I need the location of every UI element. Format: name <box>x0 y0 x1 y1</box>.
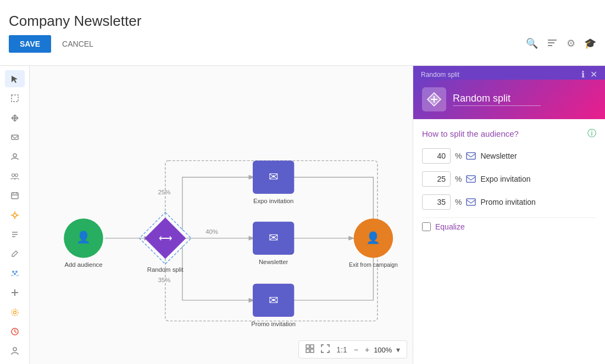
split-percent-expo: % <box>455 175 462 183</box>
node-promo-invitation[interactable]: ✉ Promo invitation <box>251 284 296 327</box>
svg-text:✉: ✉ <box>269 170 279 183</box>
sidebar-item-person[interactable] <box>5 343 25 360</box>
split-value-newsletter[interactable] <box>422 148 451 164</box>
save-button[interactable]: SAVE <box>9 35 51 53</box>
sidebar-item-add[interactable] <box>5 109 25 126</box>
email-icon-expo <box>466 175 476 183</box>
panel-title: Random split <box>453 93 541 106</box>
svg-text:40%: 40% <box>206 228 218 235</box>
panel-node-icon <box>422 87 446 111</box>
svg-text:Random split: Random split <box>147 266 184 273</box>
svg-text:👤: 👤 <box>76 230 91 244</box>
svg-point-13 <box>14 273 16 275</box>
svg-text:35%: 35% <box>158 277 171 283</box>
svg-rect-2 <box>548 45 552 46</box>
header: Company Newsletter SAVE CANCEL 🔍 ⚙ 🎓 <box>0 0 605 66</box>
svg-rect-9 <box>12 193 18 199</box>
email-icon-newsletter <box>466 152 476 160</box>
panel-body: How to split the audience? ⓘ % Newslette… <box>413 119 605 364</box>
sidebar-item-contact[interactable] <box>5 148 25 165</box>
svg-text:25%: 25% <box>158 189 171 195</box>
svg-rect-45 <box>310 345 314 348</box>
equalize-checkbox[interactable] <box>422 222 431 231</box>
search-icon[interactable]: 🔍 <box>526 37 538 51</box>
zoom-out-button[interactable]: − <box>352 344 360 355</box>
format-icon[interactable] <box>547 37 558 51</box>
cancel-button[interactable]: CANCEL <box>55 35 100 53</box>
equalize-label: Equalize <box>435 222 465 231</box>
svg-point-12 <box>15 271 18 273</box>
svg-rect-1 <box>548 42 554 43</box>
sidebar <box>0 66 30 364</box>
divider <box>422 217 596 218</box>
canvas-toolbar: 1:1 − + 100% ▾ <box>298 340 407 359</box>
help-icon[interactable]: 🎓 <box>584 37 596 51</box>
ratio-button[interactable]: 1:1 <box>334 344 349 355</box>
svg-rect-51 <box>467 176 475 182</box>
fit-screen-button[interactable] <box>319 343 332 356</box>
sidebar-item-schedule[interactable] <box>5 187 25 204</box>
zoom-value: 100% ▾ <box>374 344 402 355</box>
svg-point-7 <box>12 173 14 176</box>
zoom-percent: 100% <box>374 346 392 354</box>
svg-text:Add audience: Add audience <box>64 261 102 268</box>
node-add-audience[interactable]: 👤 Add audience <box>64 219 103 268</box>
svg-point-8 <box>15 173 18 176</box>
panel-top-title: Random split <box>421 71 459 79</box>
svg-point-11 <box>12 271 14 273</box>
right-panel: Random split ℹ ✕ Random split <box>413 66 605 364</box>
panel-info-icon[interactable]: ℹ <box>581 69 585 80</box>
svg-point-14 <box>13 311 16 313</box>
sidebar-item-audience[interactable] <box>5 167 25 184</box>
grid-view-button[interactable] <box>303 343 317 356</box>
svg-point-15 <box>12 309 18 316</box>
sidebar-item-select[interactable] <box>5 89 25 107</box>
sidebar-item-settings2[interactable] <box>5 304 25 321</box>
svg-rect-47 <box>310 349 314 352</box>
settings-icon[interactable]: ⚙ <box>567 37 575 51</box>
svg-point-17 <box>13 348 16 351</box>
header-icons: 🔍 ⚙ 🎓 <box>526 37 596 51</box>
panel-header-left: Random split <box>422 87 541 111</box>
split-info-icon[interactable]: ⓘ <box>587 128 596 139</box>
node-newsletter[interactable]: ✉ Newsletter <box>253 222 294 265</box>
split-value-promo[interactable] <box>422 194 451 210</box>
zoom-dropdown-button[interactable]: ▾ <box>394 344 402 355</box>
sidebar-item-integration[interactable] <box>5 206 25 223</box>
svg-text:👤: 👤 <box>366 231 380 245</box>
split-label-promo: Promo invitation <box>480 198 535 206</box>
panel-header: Random split <box>413 80 605 119</box>
canvas[interactable]: 25% 40% 35% <box>30 66 413 364</box>
svg-text:✉: ✉ <box>269 231 279 244</box>
sidebar-item-clock[interactable] <box>5 323 25 340</box>
main-container: 25% 40% 35% <box>0 66 605 364</box>
sidebar-item-plus-minus[interactable] <box>5 284 25 301</box>
email-icon-promo <box>466 198 476 206</box>
zoom-in-button[interactable]: + <box>363 344 371 355</box>
equalize-row: Equalize <box>422 222 596 231</box>
split-value-expo[interactable] <box>422 171 451 187</box>
svg-rect-0 <box>548 40 557 41</box>
svg-marker-3 <box>12 76 18 83</box>
sidebar-item-team[interactable] <box>5 265 25 282</box>
panel-top-icons: ℹ ✕ <box>581 69 597 80</box>
panel-top-bar: Random split ℹ ✕ <box>413 66 605 80</box>
panel-close-icon[interactable]: ✕ <box>590 69 597 80</box>
split-label-expo: Expo invitation <box>480 175 530 183</box>
svg-rect-46 <box>306 349 309 352</box>
node-expo-invitation[interactable]: ✉ Expo invitation <box>253 161 294 204</box>
split-label-newsletter: Newsletter <box>480 152 517 160</box>
sidebar-item-email[interactable] <box>5 128 25 145</box>
svg-text:Newsletter: Newsletter <box>259 259 288 265</box>
split-row-expo: % Expo invitation <box>422 171 596 187</box>
split-percent-newsletter: % <box>455 152 462 160</box>
sidebar-item-edit[interactable] <box>5 245 25 262</box>
svg-text:⟷: ⟷ <box>159 233 172 244</box>
split-row-newsletter: % Newsletter <box>422 148 596 164</box>
svg-rect-50 <box>467 153 475 159</box>
svg-rect-44 <box>306 345 309 348</box>
app-title: Company Newsletter <box>9 13 596 30</box>
sidebar-item-list[interactable] <box>5 226 25 243</box>
svg-point-6 <box>13 154 16 157</box>
sidebar-item-cursor[interactable] <box>5 70 25 87</box>
